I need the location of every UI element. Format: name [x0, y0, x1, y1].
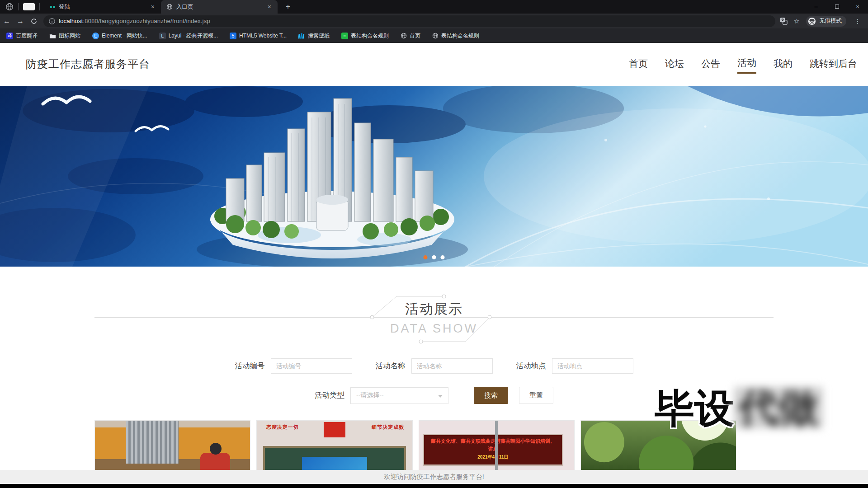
field-activity-type: 活动类型 --请选择-- — [315, 387, 448, 404]
baidu-translate-icon: 译 — [6, 33, 13, 39]
tab-title: 登陆 — [59, 3, 149, 11]
tab-favicon-dots-icon — [50, 6, 55, 8]
nav-notice[interactable]: 公告 — [701, 57, 720, 73]
hero-carousel[interactable] — [0, 86, 868, 267]
browser-toolbar: ← → localhost:8080/fangyigongzuozhiyuanz… — [0, 14, 868, 28]
activity-place-input[interactable] — [552, 358, 633, 374]
site-footer: 欢迎访问防疫工作志愿者服务平台! — [0, 470, 868, 484]
wall-slogan-right: 细节决定成败 — [372, 424, 404, 431]
search-button[interactable]: 搜索 — [474, 387, 508, 404]
bookmark-table-naming-rules[interactable]: ≡ 表结构命名规则 — [341, 32, 389, 40]
field-activity-no: 活动编号 — [235, 358, 352, 374]
bookmark-table-naming-rules-2[interactable]: 表结构命名规则 — [432, 32, 479, 40]
translate-icon[interactable] — [780, 17, 788, 25]
watermark-blurred-text: 代做 — [734, 387, 823, 428]
tab-title: 入口页 — [176, 3, 266, 11]
field-label: 活动地点 — [516, 361, 546, 371]
close-tab-icon[interactable]: × — [149, 3, 156, 10]
carousel-dot[interactable] — [432, 255, 436, 259]
incognito-badge: 无痕模式 — [806, 16, 846, 27]
field-label: 活动类型 — [315, 390, 344, 400]
hero-banner-art — [0, 86, 868, 267]
forward-button[interactable]: → — [14, 17, 27, 25]
activity-search-row1: 活动编号 活动名称 活动地点 — [0, 358, 868, 374]
section-subtitle: DATA SHOW — [0, 322, 868, 336]
bookmark-label: 百度翻译 — [16, 32, 38, 40]
bookmark-wallpaper-search[interactable]: 搜索壁纸 — [298, 32, 330, 40]
screen: 登陆 × 入口页 × + – × ← → — [0, 0, 868, 488]
site-brand: 防疫工作志愿者服务平台 — [26, 57, 150, 71]
maximize-button[interactable] — [826, 0, 847, 13]
bookmark-label: Element - 网站快... — [102, 32, 147, 40]
bookmark-star-icon[interactable]: ☆ — [794, 17, 800, 25]
reload-button[interactable] — [27, 18, 41, 25]
folder-icon — [49, 33, 56, 39]
led-banner: 藤县文化馆、藤县文联戏曲走进藤县朝阳小学知识培训、讲座 2021年4月11日 — [423, 434, 563, 466]
reset-button[interactable]: 重置 — [519, 387, 553, 404]
page-info-icon[interactable] — [49, 18, 55, 24]
field-activity-name: 活动名称 — [376, 358, 493, 374]
activity-no-input[interactable] — [271, 358, 352, 374]
close-tab-icon[interactable]: × — [266, 3, 273, 10]
nav-activity[interactable]: 活动 — [737, 56, 756, 74]
doc-icon: ≡ — [341, 33, 348, 39]
site-header: 防疫工作志愿者服务平台 首页 论坛 公告 活动 我的 跳转到后台 — [0, 43, 868, 86]
bookmark-label: 搜索壁纸 — [308, 32, 330, 40]
tab-login[interactable]: 登陆 × — [44, 0, 161, 14]
watermark-text: 毕设 — [655, 386, 734, 431]
nav-home[interactable]: 首页 — [629, 57, 648, 73]
globe-icon — [401, 33, 407, 39]
volunteer-head — [210, 443, 222, 455]
toolbar-right: ☆ 无痕模式 ⋮ — [780, 16, 863, 27]
globe-icon — [432, 33, 439, 39]
wallpaper-bars-icon — [298, 33, 305, 39]
html5-icon: 5 — [230, 33, 236, 39]
bookmark-label: 表结构命名规则 — [441, 32, 479, 40]
new-tab-button[interactable]: + — [282, 2, 294, 11]
field-label: 活动名称 — [376, 361, 406, 371]
browser-menu-icon[interactable]: ⋮ — [853, 18, 863, 25]
carousel-dot[interactable] — [441, 255, 445, 259]
carousel-dot-active[interactable] — [424, 255, 428, 259]
incognito-label: 无痕模式 — [819, 17, 842, 25]
bookmark-label: 图标网站 — [59, 32, 80, 40]
window-controls: – × — [806, 0, 868, 14]
led-banner-date: 2021年4月11日 — [477, 455, 508, 460]
bookmark-homepage[interactable]: 首页 — [401, 32, 420, 40]
screen-bottom-strip — [0, 484, 868, 488]
bookmark-html5-template[interactable]: 5 HTML5 Website T... — [230, 33, 287, 39]
pinned-tab-thumbnail[interactable] — [23, 3, 35, 10]
activity-name-input[interactable] — [411, 358, 493, 374]
url-host: localhost — [59, 18, 83, 24]
watermark: 毕设代做 — [655, 388, 823, 429]
bookmarks-bar: 译 百度翻译 图标网站 E Element - 网站快... L Layui -… — [0, 28, 868, 43]
red-flag — [324, 422, 345, 437]
chevron-down-icon — [438, 395, 443, 398]
minimize-button[interactable]: – — [806, 0, 826, 13]
bookmark-element[interactable]: E Element - 网站快... — [92, 32, 147, 40]
bookmark-label: Layui - 经典开源模... — [169, 32, 218, 40]
divider — [39, 3, 40, 10]
wall-slogan-left: 态度决定一切 — [266, 424, 299, 431]
bookmark-icon-sites[interactable]: 图标网站 — [49, 32, 80, 40]
nav-goto-admin[interactable]: 跳转到后台 — [810, 57, 857, 73]
back-button[interactable]: ← — [0, 17, 14, 25]
layui-icon: L — [159, 33, 166, 39]
close-window-button[interactable]: × — [847, 0, 868, 13]
divider — [18, 3, 19, 10]
activity-type-select[interactable]: --请选择-- — [350, 387, 448, 404]
url-path: :8080/fangyigongzuozhiyuanzhe/front/inde… — [83, 18, 210, 24]
incognito-icon — [808, 17, 816, 25]
bookmark-label: 首页 — [410, 32, 420, 40]
carousel-dots — [424, 255, 445, 259]
tab-entry-page[interactable]: 入口页 × — [161, 0, 278, 14]
nav-mine[interactable]: 我的 — [774, 57, 793, 73]
section-title: 活动展示 — [0, 300, 868, 319]
element-icon: E — [92, 33, 99, 39]
browser-tab-strip: 登陆 × 入口页 × + – × — [0, 0, 868, 14]
bookmark-layui[interactable]: L Layui - 经典开源模... — [159, 32, 218, 40]
address-bar[interactable]: localhost:8080/fangyigongzuozhiyuanzhe/f… — [43, 15, 775, 27]
bookmark-baidu-translate[interactable]: 译 百度翻译 — [6, 32, 38, 40]
browser-globe-icon — [5, 3, 14, 11]
nav-forum[interactable]: 论坛 — [665, 57, 684, 73]
